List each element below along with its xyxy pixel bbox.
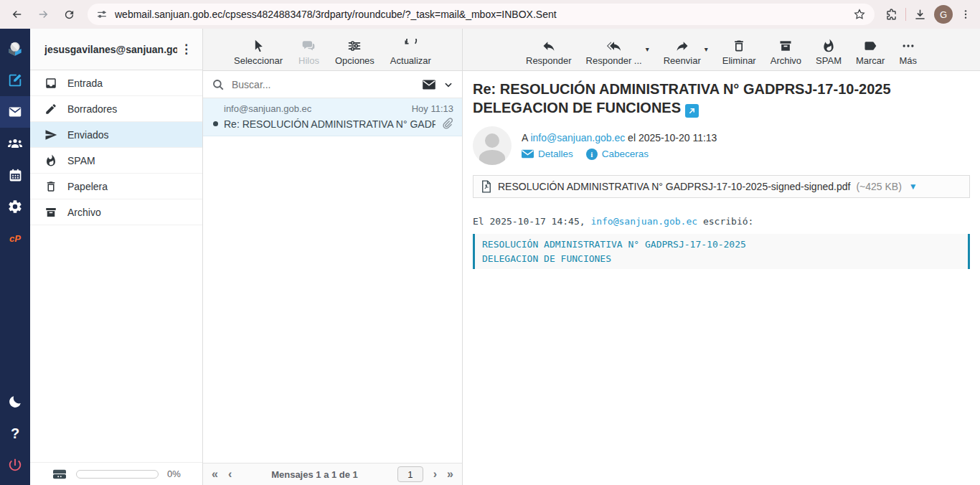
search-input[interactable]: [232, 79, 415, 90]
url-text[interactable]: webmail.sanjuan.gob.ec/cpsess4824883478/…: [115, 9, 846, 20]
mark-button[interactable]: Marcar: [856, 39, 885, 66]
rail-compose-button[interactable]: [0, 65, 30, 96]
storage-footer: 0%: [30, 462, 202, 485]
reply-icon: [541, 39, 557, 53]
compose-icon: [7, 72, 23, 88]
previous-page-icon[interactable]: ‹: [228, 468, 232, 480]
avatar-head-shape: [485, 133, 499, 148]
roundcube-logo[interactable]: [0, 33, 30, 65]
folder-item-sent[interactable]: Enviados: [30, 122, 202, 148]
browser-profile-avatar[interactable]: G: [934, 5, 953, 24]
message-list-item[interactable]: info@sanjuan.gob.ec Hoy 11:13 Re: RESOLU…: [203, 98, 462, 136]
search-bar: [203, 71, 462, 98]
rail-help-button[interactable]: ?: [0, 418, 30, 449]
bookmark-star-icon[interactable]: [853, 8, 866, 21]
message-subject: Re: RESOLUCIÓN ADMINISTRATIVA N° GADP…: [224, 118, 435, 130]
archive-button[interactable]: Archivo: [771, 39, 801, 66]
options-button[interactable]: Opciones: [335, 39, 374, 66]
quote-header-suffix: escribió:: [697, 216, 753, 227]
browser-actions: G: [882, 5, 974, 24]
refresh-label: Actualizar: [390, 55, 431, 66]
rail-calendar-button[interactable]: [0, 159, 30, 191]
folder-list: Entrada Borradores Enviados SPAM Papeler…: [30, 70, 202, 462]
search-scope-mail-icon[interactable]: [422, 79, 436, 90]
folder-item-inbox[interactable]: Entrada: [30, 70, 202, 96]
attachment-size: (~425 KB): [856, 181, 901, 192]
browser-menu-icon[interactable]: [960, 9, 971, 20]
mail-icon: [7, 104, 23, 120]
rail-darkmode-button[interactable]: [0, 386, 30, 418]
refresh-button[interactable]: Actualizar: [390, 39, 431, 66]
folder-item-archive[interactable]: Archivo: [30, 199, 202, 225]
more-dots-icon: [901, 39, 915, 53]
archive-label: Archivo: [771, 55, 801, 66]
headers-toggle[interactable]: i Cabeceras: [586, 149, 649, 160]
search-icon: [212, 78, 225, 91]
threads-button[interactable]: Hilos: [298, 39, 319, 66]
quote-line: RESOLUCIÓN ADMINISTRATIVA N° GADPRSJ-17-…: [482, 237, 961, 252]
envelope-icon: [522, 149, 534, 159]
archive-icon: [778, 39, 793, 53]
attachment-row[interactable]: RESOLUCIÓN ADMINISTRATIVA N° GADPRSJ-17-…: [473, 175, 970, 198]
threads-icon: [301, 39, 316, 53]
rail-logout-button[interactable]: [0, 449, 30, 481]
archive-icon: [44, 206, 57, 219]
quoted-sender-link[interactable]: info@sanjuan.gob.ec: [590, 216, 697, 227]
to-label: A: [522, 132, 528, 143]
folder-item-trash[interactable]: Papelera: [30, 174, 202, 199]
send-icon: [44, 128, 57, 141]
forward-button[interactable]: Reenviar: [664, 39, 701, 66]
reply-button[interactable]: Responder: [526, 39, 572, 66]
delete-label: Eliminar: [722, 55, 756, 66]
mark-label: Marcar: [856, 55, 885, 66]
avatar-torso-shape: [479, 150, 505, 165]
next-page-icon[interactable]: ›: [433, 468, 437, 480]
rail-settings-button[interactable]: [0, 191, 30, 222]
browser-forward-button[interactable]: [32, 3, 55, 26]
reply-all-button[interactable]: Responder ...: [586, 39, 642, 66]
attachment-filename[interactable]: RESOLUCIÓN ADMINISTRATIVA N° GADPRSJ-17-…: [498, 181, 850, 192]
headers-label: Cabeceras: [602, 149, 649, 159]
select-button[interactable]: Seleccionar: [234, 39, 283, 66]
more-button[interactable]: Más: [899, 39, 917, 66]
rail-cpanel-button[interactable]: cP: [0, 222, 30, 254]
page-number-input[interactable]: [397, 466, 423, 482]
browser-back-button[interactable]: [6, 3, 29, 26]
rail-mail-button[interactable]: [0, 96, 30, 128]
site-settings-icon[interactable]: [96, 9, 108, 20]
pdf-file-icon: [481, 180, 492, 193]
spam-label: SPAM: [816, 55, 842, 66]
quote-line: DELEGACION DE FUNCIONES: [482, 252, 961, 266]
trash-icon: [732, 39, 746, 53]
message-sender: info@sanjuan.gob.ec: [224, 103, 311, 114]
fire-icon: [821, 39, 836, 53]
message-body: El 2025-10-17 14:45, info@sanjuan.gob.ec…: [473, 215, 970, 269]
delete-button[interactable]: Eliminar: [722, 39, 756, 66]
folder-item-drafts[interactable]: Borradores: [30, 96, 202, 122]
address-bar[interactable]: webmail.sanjuan.gob.ec/cpsess4824883478/…: [88, 4, 875, 25]
last-page-icon[interactable]: »: [447, 468, 453, 480]
view-toolbar: Responder Responder ... ▾ Reenviar ▾: [463, 29, 980, 71]
first-page-icon[interactable]: «: [212, 468, 218, 480]
forward-dropdown-icon[interactable]: ▾: [701, 45, 708, 66]
extensions-icon[interactable]: [885, 8, 898, 22]
moon-icon: [7, 394, 23, 410]
folder-item-spam[interactable]: SPAM: [30, 148, 202, 174]
application-window: webmail.sanjuan.gob.ec/cpsess4824883478/…: [0, 0, 980, 485]
attachment-menu-icon[interactable]: ▼: [909, 182, 918, 192]
spam-button[interactable]: SPAM: [816, 39, 842, 66]
search-options-chevron-icon[interactable]: [443, 80, 453, 90]
download-icon[interactable]: [913, 8, 927, 22]
browser-refresh-button[interactable]: [57, 3, 80, 26]
details-toggle[interactable]: Detalles: [522, 149, 573, 159]
account-menu-icon[interactable]: ⋮: [177, 42, 195, 57]
rail-contacts-button[interactable]: [0, 128, 30, 159]
recipient-email-link[interactable]: info@sanjuan.gob.ec: [530, 132, 625, 143]
message-view-content: Re: RESOLUCIÓN ADMINISTRATIVA N° GADPRSJ…: [463, 71, 980, 485]
folder-panel: jesusgavilanes@sanjuan.gob.... ⋮ Entrada…: [30, 29, 203, 485]
sender-avatar: [473, 126, 512, 165]
message-status-dot[interactable]: [213, 121, 218, 126]
open-in-new-window-icon[interactable]: [685, 104, 699, 118]
message-list-empty-area: [203, 136, 462, 463]
reply-all-dropdown-icon[interactable]: ▾: [642, 45, 649, 66]
